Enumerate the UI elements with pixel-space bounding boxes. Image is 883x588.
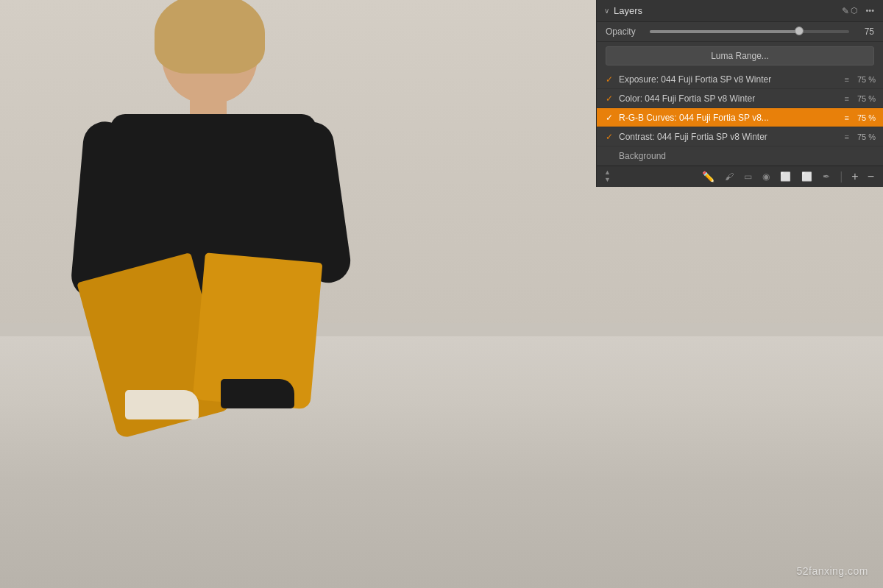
- opacity-slider-thumb[interactable]: [795, 26, 804, 35]
- layer-percent-exposure: 75 %: [854, 75, 876, 84]
- panel-collapse-icon[interactable]: ∨: [604, 7, 609, 15]
- layer-checkbox-color[interactable]: ✓: [604, 93, 614, 104]
- layer-percent-rgb-curves: 75 %: [854, 113, 876, 122]
- layer-menu-color[interactable]: ≡: [845, 94, 849, 103]
- person-figure: [37, 0, 611, 588]
- layers-list: ✓ Exposure: 044 Fuji Fortia SP v8 Winter…: [597, 70, 883, 166]
- layer-percent-contrast: 75 %: [854, 132, 876, 141]
- panel-more-icon[interactable]: •••: [864, 5, 876, 16]
- opacity-label: Opacity: [606, 26, 642, 37]
- pen-icon[interactable]: ✒: [820, 170, 832, 183]
- layer-name-color: Color: 044 Fuji Fortia SP v8 Winter: [619, 93, 840, 104]
- panel-link-icon[interactable]: ⬡: [849, 5, 859, 16]
- panel-header-actions: ⬡ •••: [849, 5, 876, 16]
- layer-item-contrast[interactable]: ✓ Contrast: 044 Fuji Fortia SP v8 Winter…: [597, 127, 883, 146]
- layer-name-background: Background: [619, 151, 876, 161]
- panel-footer: ▲ ▼ ✏️ 🖌 ▭ ◉ ⬜ ⬜ ✒ | + −: [597, 166, 883, 187]
- opacity-slider-fill: [650, 30, 799, 33]
- layer-item-exposure[interactable]: ✓ Exposure: 044 Fuji Fortia SP v8 Winter…: [597, 70, 883, 89]
- panel-edit-icon[interactable]: ✎: [842, 6, 849, 16]
- footer-separator: |: [840, 170, 843, 183]
- rect-tool-icon[interactable]: ▭: [742, 170, 754, 183]
- layer-checkbox-rgb-curves[interactable]: ✓: [604, 113, 614, 123]
- layer-item-color[interactable]: ✓ Color: 044 Fuji Fortia SP v8 Winter ≡ …: [597, 89, 883, 108]
- layer-menu-rgb-curves[interactable]: ≡: [845, 113, 849, 122]
- opacity-value: 75: [857, 26, 874, 37]
- eraser-icon[interactable]: ⬜: [778, 170, 793, 183]
- watermark: 52fanxing.com: [796, 565, 868, 577]
- layer-percent-color: 75 %: [854, 94, 876, 103]
- luma-range-button[interactable]: Luma Range...: [606, 46, 874, 65]
- remove-layer-button[interactable]: −: [866, 170, 876, 183]
- layer-checkbox-background[interactable]: [604, 151, 614, 161]
- footer-arrows: ▲ ▼: [604, 169, 611, 184]
- layer-menu-exposure[interactable]: ≡: [845, 75, 849, 84]
- layer-name-contrast: Contrast: 044 Fuji Fortia SP v8 Winter: [619, 132, 840, 142]
- layer-name-exposure: Exposure: 044 Fuji Fortia SP v8 Winter: [619, 74, 840, 85]
- brush-tool-icon[interactable]: ✏️: [700, 169, 717, 184]
- layer-checkbox-contrast[interactable]: ✓: [604, 132, 614, 142]
- layer-name-rgb-curves: R-G-B Curves: 044 Fuji Fortia SP v8...: [619, 113, 840, 123]
- layer-menu-contrast[interactable]: ≡: [845, 132, 849, 141]
- clone-icon[interactable]: ⬜: [799, 170, 815, 183]
- opacity-row: Opacity 75: [597, 22, 883, 42]
- opacity-slider[interactable]: [650, 30, 849, 33]
- layer-item-rgb-curves[interactable]: ✓ R-G-B Curves: 044 Fuji Fortia SP v8...…: [597, 108, 883, 127]
- layer-item-background[interactable]: Background: [597, 146, 883, 166]
- layers-panel: ∨ Layers ✎ ⬡ ••• Opacity 75 Luma Range..…: [596, 0, 883, 187]
- circle-tool-icon[interactable]: ◉: [760, 170, 772, 183]
- arrow-down-icon: ▼: [604, 177, 611, 184]
- color-picker-icon[interactable]: 🖌: [723, 170, 736, 183]
- panel-header: ∨ Layers ✎ ⬡ •••: [597, 0, 883, 22]
- panel-title: Layers: [614, 5, 839, 16]
- layer-checkbox-exposure[interactable]: ✓: [604, 74, 614, 85]
- add-layer-button[interactable]: +: [850, 170, 859, 183]
